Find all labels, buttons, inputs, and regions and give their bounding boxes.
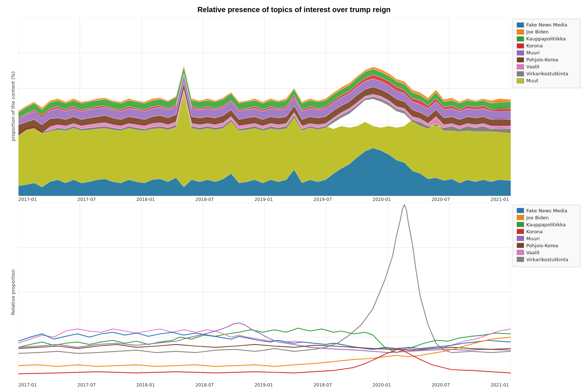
legend-label-text: Vaalit	[526, 250, 539, 255]
x-axis-tick-label: 2017-07	[78, 197, 96, 202]
top-svg-container: 100 80 60 40 20 0	[18, 17, 511, 196]
legend-label-text: Joe Biden	[526, 29, 549, 35]
legend-label-text: Korona	[526, 43, 543, 48]
top-chart-and-legend: 100 80 60 40 20 0	[18, 17, 581, 196]
x-axis-tick-label: 2020-01	[373, 382, 391, 388]
legend-label-text: Muuri	[526, 236, 540, 241]
legend-item: Pohjois-Korea	[517, 243, 577, 248]
legend-color-box	[517, 71, 524, 76]
legend-color-box	[517, 243, 524, 248]
legend-label-text: Muuri	[526, 50, 540, 55]
x-axis-tick-label: 2018-01	[136, 197, 155, 202]
legend-label-text: Kauppapolitiikka	[526, 222, 566, 227]
x-axis-tick-label: 2018-07	[196, 197, 214, 202]
legend-color-box	[517, 43, 524, 48]
legend-color-box	[517, 36, 524, 42]
legend-label-text: Pohjois-Korea	[526, 243, 558, 248]
legend-color-box	[517, 50, 524, 55]
legend-item: Muuri	[517, 236, 577, 241]
legend-item: Korona	[517, 43, 577, 48]
legend-color-box	[517, 215, 524, 220]
legend-color-box	[517, 78, 524, 83]
top-chart-section: proportion of the content (%)	[7, 17, 581, 203]
page-container: Relative presence of topics of interest …	[0, 0, 588, 392]
x-axis-tick-label: 2018-07	[196, 382, 214, 388]
legend-item: Vaalit	[517, 64, 577, 69]
top-chart-area: proportion of the content (%)	[7, 17, 581, 196]
legend-label-text: Virkarikostutkinta	[526, 71, 568, 76]
top-legend: Fake News MediaJoe BidenKauppapolitiikka…	[513, 19, 581, 88]
legend-label-text: Joe Biden	[526, 215, 549, 220]
x-axis-tick-label: 2020-07	[431, 382, 450, 388]
x-axis-tick-label: 2017-07	[78, 382, 96, 388]
bottom-y-axis-label: Relative proportion	[7, 203, 18, 382]
legend-item: Virkarikostutkinta	[517, 71, 577, 76]
x-axis-tick-label: 2019-01	[254, 197, 273, 202]
chart-title: Relative presence of topics of interest …	[197, 6, 391, 14]
x-axis-tick-label: 2019-07	[313, 197, 332, 202]
bottom-legend: Fake News MediaJoe BidenKauppapolitiikka…	[513, 205, 581, 267]
legend-item: Muuri	[517, 50, 577, 55]
legend-item: Joe Biden	[517, 29, 577, 35]
legend-label-text: Fake News Media	[526, 208, 567, 213]
bottom-chart-and-legend: 0.30 0.25 0.15 0.05 0	[18, 203, 581, 382]
legend-color-box	[517, 236, 524, 241]
legend-item: Fake News Media	[517, 22, 577, 28]
x-axis-tick-label: 2019-01	[254, 382, 273, 388]
legend-item: Fake News Media	[517, 208, 577, 213]
bottom-chart-section: Relative proportion	[7, 203, 581, 389]
x-axis-tick-label: 2020-01	[373, 197, 391, 202]
legend-label-text: Kauppapolitiikka	[526, 36, 566, 42]
legend-color-box	[517, 29, 524, 35]
top-y-axis-label: proportion of the content (%)	[7, 17, 18, 196]
bottom-chart-svg: 0.30 0.25 0.15 0.05 0	[18, 203, 511, 382]
charts-wrapper: proportion of the content (%)	[7, 17, 581, 388]
top-x-axis-labels: 2017-012017-072018-012018-072019-012019-…	[7, 197, 581, 202]
legend-item: Muut	[517, 78, 577, 83]
legend-color-box	[517, 64, 524, 69]
x-axis-tick-label: 2017-01	[18, 382, 37, 388]
legend-item: Vaalit	[517, 250, 577, 255]
legend-color-box	[517, 208, 524, 213]
legend-item: Kauppapolitiikka	[517, 36, 577, 42]
legend-color-box	[517, 57, 524, 62]
legend-item: Joe Biden	[517, 215, 577, 220]
legend-color-box	[517, 222, 524, 227]
legend-label-text: Muut	[526, 78, 538, 83]
legend-color-box	[517, 250, 524, 255]
legend-label-text: Fake News Media	[526, 22, 567, 28]
x-axis-tick-label: 2018-01	[136, 382, 155, 388]
legend-label-text: Vaalit	[526, 64, 539, 69]
legend-label-text: Virkarikostutkinta	[526, 257, 568, 262]
x-axis-tick-label: 2021-01	[491, 197, 509, 202]
legend-item: Kauppapolitiikka	[517, 222, 577, 227]
bottom-x-axis-labels: 2017-012017-072018-012018-072019-012019-…	[7, 382, 581, 388]
legend-label-text: Korona	[526, 229, 543, 234]
legend-label-text: Pohjois-Korea	[526, 57, 558, 62]
bottom-svg-container: 0.30 0.25 0.15 0.05 0	[18, 203, 511, 382]
legend-item: Virkarikostutkinta	[517, 257, 577, 262]
bottom-chart-area: Relative proportion	[7, 203, 581, 382]
x-axis-tick-label: 2019-07	[313, 382, 332, 388]
legend-item: Korona	[517, 229, 577, 234]
x-axis-tick-label: 2021-01	[491, 382, 509, 388]
top-chart-svg: 100 80 60 40 20 0	[18, 17, 511, 196]
legend-color-box	[517, 22, 524, 28]
x-axis-tick-label: 2017-01	[18, 197, 37, 202]
x-axis-tick-label: 2020-07	[431, 197, 450, 202]
legend-color-box	[517, 229, 524, 234]
legend-color-box	[517, 257, 524, 262]
legend-item: Pohjois-Korea	[517, 57, 577, 62]
